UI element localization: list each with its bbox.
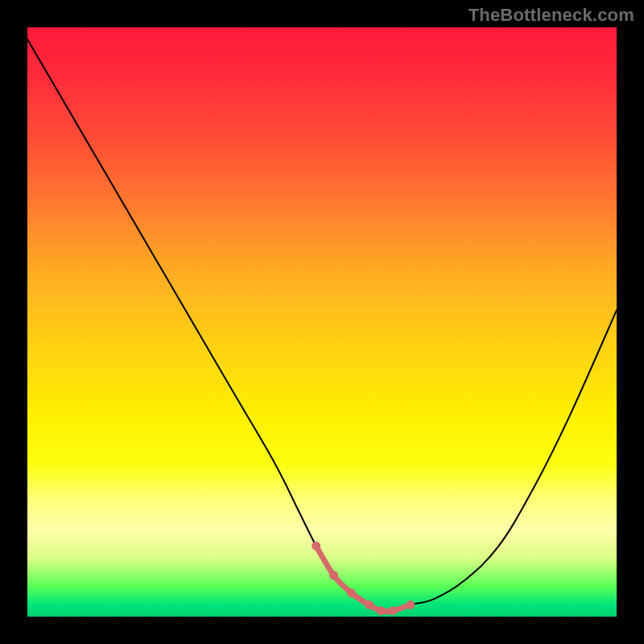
highlight-dot <box>312 542 320 551</box>
highlight-dot <box>365 601 374 609</box>
highlight-segment <box>316 546 411 612</box>
highlight-dot <box>388 606 397 615</box>
highlight-dot <box>347 588 356 597</box>
curve-layer <box>0 0 644 644</box>
highlight-dot <box>329 571 338 580</box>
highlight-dot <box>377 606 386 615</box>
main-curve <box>27 39 617 612</box>
highlight-dot <box>406 601 415 609</box>
chart-frame: TheBottleneck.com <box>0 0 644 644</box>
